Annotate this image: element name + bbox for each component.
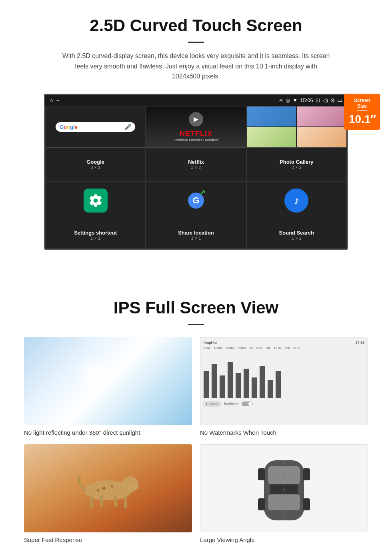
- maps-icon: G: [186, 191, 206, 211]
- amp-freq-labels: 60hz100hz200hz500hz1k2.5k10k12.5k15kSUB: [204, 346, 364, 350]
- photo-gallery-cell[interactable]: Photo Gallery 2 × 2: [246, 106, 347, 182]
- section2-title: IPS Full Screen View: [24, 298, 368, 317]
- netflix-cell-bottom: Netflix 3 × 2: [146, 147, 246, 181]
- photo-gallery-size: 2 × 2: [250, 165, 343, 170]
- share-location-label: Share location: [149, 230, 242, 236]
- photo-gallery-cell-top: [247, 106, 346, 148]
- amp-toggle-knob: [248, 402, 252, 406]
- amp-footer: Custom loudness: [204, 401, 364, 407]
- netflix-logo: NETFLIX: [180, 130, 212, 138]
- share-location-cell-top: G: [146, 182, 246, 219]
- google-cell[interactable]: Google 🎤 Google 3 × 1: [45, 106, 146, 182]
- cheetah-bg: [24, 444, 192, 532]
- netflix-play-button[interactable]: ▶: [189, 112, 203, 126]
- device-screen: ⌂ ⌁ ✳ ◎ ▼ 15:06 ⊡ ◁) ⊠ ▭: [44, 94, 348, 250]
- gear-svg: [88, 193, 103, 208]
- sunlight-image: [24, 337, 192, 425]
- netflix-bg: ▶ NETFLIX Continue Marvel's Daredevil: [146, 106, 246, 148]
- app-grid: Google 🎤 Google 3 × 1: [45, 106, 347, 250]
- settings-icon: [84, 189, 108, 213]
- svg-point-8: [111, 485, 113, 488]
- feature-cheetah: Super Fast Response: [24, 444, 192, 544]
- volume-icon: ◁): [322, 97, 328, 103]
- home-icon[interactable]: ⌂: [50, 97, 53, 103]
- google-search-bar[interactable]: Google 🎤: [56, 122, 135, 132]
- feature-amplifier: Amplifier 17:33 60hz100hz200hz500hz1k2.5…: [200, 337, 368, 436]
- amp-bar-3: [220, 375, 225, 398]
- screen-size-badge: Screen Size 10.1″: [344, 94, 380, 130]
- netflix-cell-top: ▶ NETFLIX Continue Marvel's Daredevil: [146, 106, 246, 148]
- amp-loudness: loudness: [224, 402, 238, 406]
- google-cell-top: Google 🎤: [46, 106, 145, 148]
- settings-cell-top: [46, 182, 145, 219]
- photo-thumb-2: [297, 106, 346, 126]
- amp-bar-8: [260, 366, 265, 397]
- google-label: Google: [49, 159, 142, 165]
- feature-image-car: [200, 444, 368, 532]
- time-display: 15:06: [300, 97, 313, 103]
- settings-cell-bottom: Settings shortcut 1 × 1: [46, 220, 145, 250]
- car-bg: [200, 444, 368, 532]
- cheetah-svg: [68, 464, 148, 512]
- amp-time: 17:33: [355, 341, 364, 345]
- sound-search-cell-bottom: Sound Search 1 × 1: [247, 220, 346, 250]
- photo-gallery-grid: [247, 106, 346, 148]
- bluetooth-icon: ✳: [279, 97, 283, 103]
- amp-toggle[interactable]: [242, 401, 253, 406]
- amp-custom[interactable]: Custom: [204, 401, 221, 407]
- amp-bar-10: [276, 371, 281, 398]
- share-location-bg: G: [146, 182, 246, 219]
- section1: 2.5D Curved Touch Screen With 2.5D curve…: [0, 0, 392, 258]
- amp-bar-5: [236, 373, 241, 398]
- screen-size-value: 10.1″: [349, 113, 375, 126]
- netflix-size: 3 × 2: [149, 165, 242, 170]
- sound-search-cell-top: ♪: [247, 182, 346, 219]
- amp-header: Amplifier 17:33: [204, 341, 364, 345]
- sound-search-icon: ♪: [284, 189, 308, 213]
- netflix-cell[interactable]: ▶ NETFLIX Continue Marvel's Daredevil Ne…: [146, 106, 246, 182]
- share-location-cell[interactable]: G Share location 1 × 1: [146, 181, 246, 250]
- svg-rect-21: [303, 498, 310, 510]
- svg-point-7: [102, 487, 106, 490]
- screen-size-underline: [357, 110, 367, 111]
- window-icon: ▭: [337, 97, 342, 103]
- feature-image-sunlight: [24, 337, 192, 425]
- share-location-size: 1 × 1: [149, 236, 242, 241]
- settings-label: Settings shortcut: [49, 230, 142, 236]
- feature-image-cheetah: [24, 444, 192, 532]
- amp-bar-4: [228, 362, 233, 398]
- device-container: ⌂ ⌁ ✳ ◎ ▼ 15:06 ⊡ ◁) ⊠ ▭: [24, 94, 368, 250]
- feature-image-amplifier: Amplifier 17:33 60hz100hz200hz500hz1k2.5…: [200, 337, 368, 425]
- car-svg: [256, 448, 312, 528]
- settings-size: 1 × 1: [49, 236, 142, 241]
- amp-bar-7: [252, 377, 257, 397]
- netflix-subtitle: Continue Marvel's Daredevil: [174, 138, 218, 142]
- amp-bar-9: [268, 380, 273, 398]
- close-icon: ⊠: [330, 97, 335, 103]
- svg-text:G: G: [192, 195, 199, 205]
- photo-gallery-cell-bottom: Photo Gallery 2 × 2: [247, 147, 346, 181]
- section1-description: With 2.5D curved-display screen, this de…: [60, 51, 332, 82]
- google-size: 3 × 1: [49, 165, 142, 170]
- netflix-label: Netflix: [149, 159, 242, 165]
- music-note-icon: ♪: [294, 194, 299, 207]
- amp-bar-2: [212, 364, 217, 398]
- svg-point-6: [129, 483, 139, 490]
- feature-sunlight: No light reflecting under 360° direct su…: [24, 337, 192, 436]
- photo-thumb-3: [247, 127, 296, 147]
- section2-underline: [188, 324, 204, 325]
- sound-search-size: 1 × 1: [250, 236, 343, 241]
- svg-point-9: [97, 489, 99, 492]
- google-logo: Google: [60, 124, 78, 130]
- amp-bars: [204, 351, 364, 399]
- mic-icon[interactable]: 🎤: [124, 124, 131, 130]
- usb-icon: ⌁: [56, 97, 60, 103]
- svg-rect-19: [303, 468, 310, 480]
- amp-bar-6: [244, 369, 249, 398]
- section1-title: 2.5D Curved Touch Screen: [24, 16, 368, 35]
- settings-cell[interactable]: Settings shortcut 1 × 1: [45, 181, 146, 250]
- feature-car: Large Viewing Angle: [200, 444, 368, 544]
- screen-size-label: Screen Size: [349, 98, 375, 109]
- section2: IPS Full Screen View No light reflecting…: [0, 290, 392, 558]
- sound-search-cell[interactable]: ♪ Sound Search 1 × 1: [246, 181, 347, 250]
